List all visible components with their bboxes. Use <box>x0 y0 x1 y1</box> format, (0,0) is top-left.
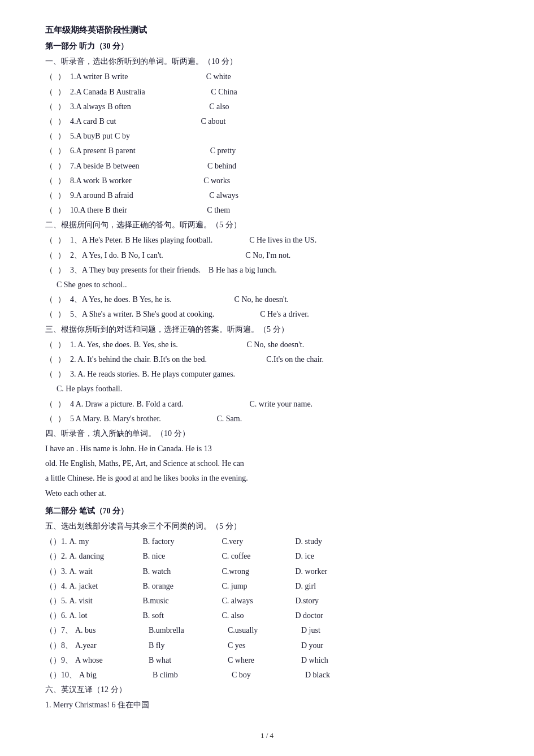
section6-header: 六、英汉互译（12 分） <box>45 682 489 697</box>
section5-q10: （）10、 A big B climb C boy D black <box>45 668 489 682</box>
section5-q4: （）4. A. jacket B. orange C. jump D. girl <box>45 579 489 593</box>
section5-q3: （）3. A. wait B. watch C.wrong D. worker <box>45 564 489 578</box>
section2-q3-continuation: C She goes to school.. <box>57 278 489 292</box>
page-footer: 1 / 4 <box>45 729 489 742</box>
section3-q3-continuation: C. He plays football. <box>57 382 489 396</box>
section4-line1: I have an . His name is John. He in Cana… <box>45 442 489 456</box>
part1-label: 第一部分 听力（30 分） <box>45 39 489 53</box>
section5-q2: （）2. A. dancing B. nice C. coffee D. ice <box>45 549 489 563</box>
section2-q2: （ ） 2、A Yes, I do. B No, I can't. C No, … <box>45 248 489 262</box>
section5-q1: （）1. A. my B. factory C.very D. study <box>45 534 489 548</box>
section5-q7: （）7、 A. bus B.umbrella C.usually D just <box>45 623 489 637</box>
section1-q10: （ ） 10.A there B their C them <box>45 203 489 217</box>
section2-q3: （ ） 3、A They buy presents for their frie… <box>45 263 489 277</box>
section5-q8: （）8、 A.year B fly C yes D your <box>45 638 489 653</box>
section3-q2: （ ） 2. A. It's behind the chair. B.It's … <box>45 352 489 366</box>
section4-line2: old. He English, Maths, PE, Art, and Sci… <box>45 456 489 470</box>
section1-q6: （ ） 6.A present B parent C pretty <box>45 144 489 158</box>
section4-line3: a little Chinese. He is good at and he l… <box>45 471 489 485</box>
section3-q4: （ ） 4 A. Draw a picture. B. Fold a card.… <box>45 397 489 411</box>
section1-q4: （ ） 4.A card B cut C about <box>45 114 489 128</box>
section1-q1: （ ） 1.A writer B write C white <box>45 70 489 84</box>
section1-q8: （ ） 8.A work B worker C works <box>45 174 489 188</box>
section1-q5: （ ） 5.A buyB put C by <box>45 129 489 143</box>
section6-line1: 1. Merry Christmas! 6 住在中国 <box>45 698 489 712</box>
section1-q7: （ ） 7.A beside B between C behind <box>45 159 489 173</box>
section4-header: 四、听录音，填入所缺的单词。（10 分） <box>45 426 489 440</box>
part2-label: 第二部分 笔试（70 分） <box>45 504 489 518</box>
section3-q5: （ ） 5 A Mary. B. Mary's brother. C. Sam. <box>45 412 489 426</box>
section2-q4: （ ） 4、A Yes, he does. B Yes, he is. C No… <box>45 292 489 306</box>
section3-q1: （ ） 1. A. Yes, she does. B. Yes, she is.… <box>45 338 489 352</box>
section1-header: 一、听录音，选出你所听到的单词。听两遍。（10 分） <box>45 54 489 68</box>
section5-header: 五、选出划线部分读音与其余三个不同类的词。（5 分） <box>45 519 489 533</box>
page-title: 五年级期终英语阶段性测试 <box>45 23 489 38</box>
section1-q9: （ ） 9.A around B afraid C always <box>45 188 489 202</box>
section5-q9: （）9、 A whose B what C where D which <box>45 653 489 667</box>
section4-line4: Weto each other at. <box>45 486 489 500</box>
section5-q6: （）6. A. lot B. soft C. also D doctor <box>45 608 489 623</box>
section2-q5: （ ） 5、A She's a writer. B She's good at … <box>45 307 489 321</box>
section3-q3: （ ） 3. A. He reads stories. B. He plays … <box>45 367 489 381</box>
section2-header: 二、根据所问问句，选择正确的答句。听两遍。（5 分） <box>45 218 489 232</box>
section5-q5: （）5. A. visit B.music C. always D.story <box>45 594 489 608</box>
section1-q3: （ ） 3.A always B often C also <box>45 100 489 114</box>
section2-q1: （ ） 1、A He's Peter. B He likes playing f… <box>45 233 489 247</box>
section1-q2: （ ） 2.A Canada B Australia C China <box>45 85 489 99</box>
section3-header: 三、根据你所听到的对话和问题，选择正确的答案。听两遍。（5 分） <box>45 322 489 336</box>
